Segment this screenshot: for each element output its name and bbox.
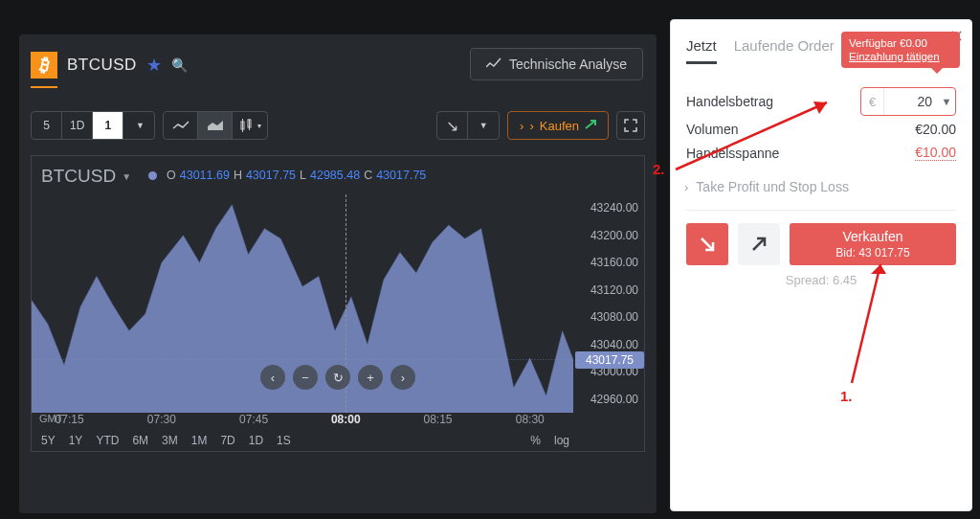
tab-now[interactable]: Jetzt	[686, 37, 717, 64]
favorite-star-icon[interactable]: ★	[146, 55, 162, 76]
amount-dropdown-icon[interactable]: ▼	[938, 96, 955, 107]
chart-style-group: ▾	[163, 111, 268, 140]
trade-tabs: Jetzt Laufende Order	[686, 37, 835, 64]
ticker: ₿ BTCUSD ★ 🔍	[31, 52, 188, 79]
volume-value: €20.00	[915, 122, 956, 137]
annotation-1: 1.	[840, 388, 853, 404]
range-1y[interactable]: 1Y	[69, 434, 83, 447]
area-style-icon[interactable]	[198, 112, 233, 139]
deposit-link[interactable]: Einzahlung tätigen	[849, 51, 952, 62]
x-axis: GMT 07:1507:3007:4508:0008:1508:30	[32, 413, 573, 430]
y-tick: 42960.00	[590, 393, 638, 406]
bitcoin-icon: ₿	[31, 52, 57, 79]
ohlc-readout: O 43011.69 H 43017.75 L 42985.48 C 43017…	[148, 169, 426, 182]
candle-style-icon[interactable]: ▾	[233, 112, 267, 139]
amount-value: 20	[884, 94, 938, 109]
available-title: Verfügbar €0.00	[849, 37, 952, 49]
range-3m[interactable]: 3M	[162, 434, 178, 447]
x-tick: 08:15	[423, 413, 452, 426]
zoom-in-icon[interactable]: +	[358, 365, 383, 390]
buy-direction-icon[interactable]	[738, 223, 780, 265]
volume-label: Volumen	[686, 122, 738, 137]
technical-analysis-label: Technische Analyse	[509, 56, 627, 72]
y-tick: 43040.00	[590, 338, 638, 351]
range-log[interactable]: log	[554, 434, 569, 447]
x-tick: 08:00	[331, 413, 361, 426]
range-%[interactable]: %	[530, 434, 541, 447]
y-axis: 43240.0043200.0043160.0043120.0043080.00…	[573, 194, 644, 413]
sell-direction-icon[interactable]	[686, 223, 728, 265]
tp-sl-toggle[interactable]: › Take Profit und Stop Loss	[684, 179, 849, 194]
chart-right-icon[interactable]: ›	[390, 365, 415, 390]
toolbar: 5 1D 1 ▼ ▾ ↘ ▼ ›› Kaufen	[31, 109, 645, 142]
ticker-symbol: BTCUSD	[67, 56, 137, 75]
expand-icon[interactable]	[616, 111, 645, 140]
tab-pending[interactable]: Laufende Order	[734, 37, 835, 64]
chart-panel: ₿ BTCUSD ★ 🔍 Technische Analyse 5 1D 1 ▼…	[19, 34, 657, 513]
available-tooltip: Verfügbar €0.00 Einzahlung tätigen	[841, 32, 960, 68]
chevron-right-icon: ›	[684, 180, 688, 194]
timeframe-group: 5 1D 1 ▼	[31, 111, 155, 140]
direction-row: Verkaufen Bid: 43 017.75	[686, 223, 956, 265]
amount-input[interactable]: € 20 ▼	[860, 87, 956, 116]
spread-line: Spread: 6.45	[671, 273, 971, 287]
nav-dropdown[interactable]: ▼	[468, 112, 499, 139]
currency-icon: €	[861, 88, 884, 115]
x-tick: 08:30	[516, 413, 545, 426]
buy-button[interactable]: ›› Kaufen	[507, 111, 609, 140]
y-tick: 43160.00	[590, 256, 638, 269]
x-tick: 07:45	[239, 413, 268, 426]
buy-label: Kaufen	[540, 119, 579, 133]
trade-panel: ✕ Jetzt Laufende Order Verfügbar €0.00 E…	[670, 19, 972, 511]
technical-analysis-button[interactable]: Technische Analyse	[470, 48, 643, 80]
amount-label: Handelsbetrag	[686, 94, 773, 109]
range-1m[interactable]: 1M	[191, 434, 208, 447]
tf-dropdown[interactable]: ▼	[123, 112, 154, 139]
reset-icon[interactable]: ↻	[325, 365, 350, 390]
sell-label: Verkaufen	[842, 229, 902, 244]
arrow-down-right-icon[interactable]: ↘	[437, 112, 468, 139]
chart-left-icon[interactable]: ‹	[260, 365, 285, 390]
y-tick: 43080.00	[590, 310, 638, 324]
zoom-out-icon[interactable]: −	[293, 365, 318, 390]
tf-1[interactable]: 1	[93, 112, 123, 139]
y-tick: 43240.00	[590, 201, 638, 214]
search-icon[interactable]: 🔍	[171, 57, 188, 73]
spread-value: €10.00	[915, 145, 956, 161]
y-tick: 43120.00	[590, 283, 638, 297]
x-tick: 07:30	[147, 413, 176, 426]
chart-title[interactable]: BTCUSD▼	[41, 166, 131, 187]
chart-nav-controls: ‹ − ↻ + ›	[260, 365, 415, 390]
annotation-2: 2.	[653, 161, 665, 177]
range-selector: 5Y1YYTD6M3M1M7D1D1S%log	[41, 434, 573, 447]
sell-button[interactable]: Verkaufen Bid: 43 017.75	[790, 223, 956, 265]
y-tick: 43200.00	[590, 229, 638, 242]
price-tag: 43017.75	[575, 351, 644, 369]
x-tick: 07:15	[56, 413, 84, 426]
line-style-icon[interactable]	[164, 112, 198, 139]
sell-bid: Bid: 43 017.75	[835, 246, 909, 260]
range-1d[interactable]: 1D	[249, 434, 263, 447]
chart-area: BTCUSD▼ O 43011.69 H 43017.75 L 42985.48…	[31, 155, 645, 452]
range-6m[interactable]: 6M	[132, 434, 148, 447]
chart-header: ₿ BTCUSD ★ 🔍 Technische Analyse	[19, 34, 657, 96]
tf-5[interactable]: 5	[32, 112, 62, 139]
tf-1d[interactable]: 1D	[62, 112, 93, 139]
spread-label: Handelsspanne	[686, 146, 779, 161]
nav-dropdown-group: ↘ ▼	[436, 111, 500, 140]
range-ytd[interactable]: YTD	[96, 434, 119, 447]
range-7d[interactable]: 7D	[220, 434, 234, 447]
range-5y[interactable]: 5Y	[41, 434, 56, 447]
range-1s[interactable]: 1S	[277, 434, 291, 447]
